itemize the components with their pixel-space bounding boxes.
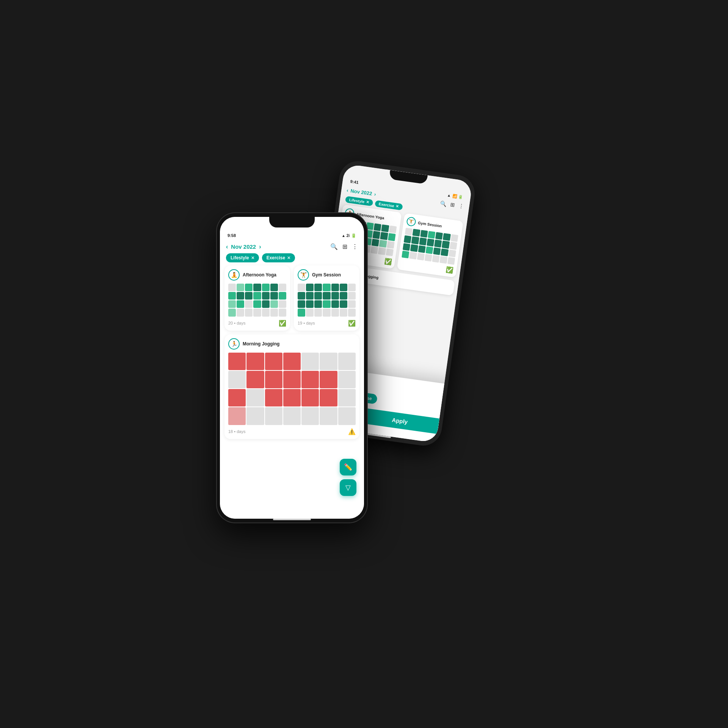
more-icon-back[interactable]: ⋮ xyxy=(458,203,464,210)
filter-fab[interactable]: ▽ xyxy=(340,479,356,496)
wifi-icon-back: 📶 xyxy=(452,193,457,198)
status-bar-front: 9:58 ▲ 2i 🔋 xyxy=(220,230,364,239)
status-time-front: 9:58 xyxy=(228,233,236,238)
habits-grid: 🧘 Afternoon Yoga xyxy=(220,265,364,439)
modal-apply-label: Apply xyxy=(392,417,408,425)
yoga-footer: 20 • days ✅ xyxy=(228,320,286,327)
chip-lifestyle[interactable]: Lifestyle ✕ xyxy=(226,253,259,262)
month-title: Nov 2022 xyxy=(231,243,256,250)
prev-month-arrow[interactable]: ‹ xyxy=(226,243,228,250)
back-chip-exercise-x[interactable]: ✕ xyxy=(395,204,399,209)
search-icon-back[interactable]: 🔍 xyxy=(440,200,447,207)
back-gym-icon: 🏋️ xyxy=(406,217,416,227)
gym-days: 19 • days xyxy=(298,321,315,325)
back-month-title: Nov 2022 xyxy=(350,188,373,196)
modal-close-button[interactable]: ✕ xyxy=(444,390,451,399)
gym-footer: 19 • days ✅ xyxy=(298,320,356,327)
next-month-arrow[interactable]: › xyxy=(259,243,261,250)
yoga-days: 20 • days xyxy=(228,321,245,325)
back-month-nav[interactable]: ‹ Nov 2022 › xyxy=(346,187,376,197)
jog-icon: 🏃 xyxy=(228,338,240,350)
export-icon-front[interactable]: ⊞ xyxy=(342,243,347,250)
back-header-icons: 🔍 ⊞ ⋮ xyxy=(440,200,464,210)
more-icon-front[interactable]: ⋮ xyxy=(352,243,358,250)
gym-status-icon: ✅ xyxy=(348,320,356,327)
battery-icon-back: 🔋 xyxy=(458,195,463,199)
chip-exercise-remove[interactable]: ✕ xyxy=(287,256,290,260)
back-gym-check: ✅ xyxy=(445,266,453,275)
home-indicator-front xyxy=(273,519,311,520)
yoga-name: Afternoon Yoga xyxy=(243,272,276,278)
phone-front: 9:58 ▲ 2i 🔋 ‹ Nov 2022 › 🔍 ⊞ xyxy=(216,212,368,523)
back-habit-card-gym[interactable]: 🏋️ Gym Session xyxy=(397,213,463,278)
jog-header: 🏃 Morning Jogging xyxy=(228,338,356,350)
edit-fab[interactable]: ✏️ xyxy=(340,459,356,475)
back-prev-arrow[interactable]: ‹ xyxy=(346,187,348,193)
signal-icon-front: ▲ 2i xyxy=(342,234,350,238)
habit-card-jog[interactable]: 🏃 Morning Jogging xyxy=(224,334,359,439)
chip-lifestyle-label: Lifestyle xyxy=(231,255,249,260)
habit-card-gym[interactable]: 🏋️ Gym Session xyxy=(294,265,359,331)
back-gym-name: Gym Session xyxy=(418,221,442,228)
yoga-status-icon: ✅ xyxy=(279,320,286,327)
export-icon-back[interactable]: ⊞ xyxy=(450,202,455,209)
gym-calendar xyxy=(298,284,356,317)
back-chip-exercise-label: Exercise xyxy=(378,202,394,208)
battery-icon-front: 🔋 xyxy=(351,233,356,238)
jog-status-icon: ⚠️ xyxy=(348,428,356,435)
back-chip-lifestyle-x[interactable]: ✕ xyxy=(366,200,369,204)
back-gym-calendar xyxy=(402,228,458,265)
jog-name: Morning Jogging xyxy=(243,341,279,347)
habit-card-yoga[interactable]: 🧘 Afternoon Yoga xyxy=(224,265,290,331)
jog-footer: 18 • days ⚠️ xyxy=(228,428,356,435)
back-chip-lifestyle-label: Lifestyle xyxy=(349,198,365,204)
filter-chips-front: Lifestyle ✕ Exercise ✕ xyxy=(220,253,364,265)
app-header-front: ‹ Nov 2022 › 🔍 ⊞ ⋮ xyxy=(220,240,364,253)
jog-days: 18 • days xyxy=(228,429,245,434)
status-time-back: 9:41 xyxy=(350,179,359,185)
yoga-icon: 🧘 xyxy=(228,269,240,281)
jog-calendar xyxy=(228,353,356,425)
gym-name: Gym Session xyxy=(312,272,341,278)
back-yoga-check: ✅ xyxy=(384,257,392,266)
back-next-arrow[interactable]: › xyxy=(374,191,376,197)
search-icon-front[interactable]: 🔍 xyxy=(330,243,338,250)
header-icons: 🔍 ⊞ ⋮ xyxy=(330,243,358,250)
gym-icon: 🏋️ xyxy=(298,269,309,281)
fab-container: ✏️ ▽ xyxy=(340,459,356,496)
month-nav: ‹ Nov 2022 › xyxy=(226,243,261,250)
notch-front xyxy=(269,217,315,228)
edit-icon: ✏️ xyxy=(344,463,352,471)
filter-icon: ▽ xyxy=(345,483,351,492)
signal-icon-back: ▲ xyxy=(447,193,451,198)
chip-lifestyle-remove[interactable]: ✕ xyxy=(251,256,254,260)
gym-header: 🏋️ Gym Session xyxy=(298,269,356,281)
chip-exercise-label: Exercise xyxy=(267,255,285,260)
chip-exercise[interactable]: Exercise ✕ xyxy=(262,253,295,262)
yoga-header: 🧘 Afternoon Yoga xyxy=(228,269,286,281)
yoga-calendar xyxy=(228,284,286,317)
